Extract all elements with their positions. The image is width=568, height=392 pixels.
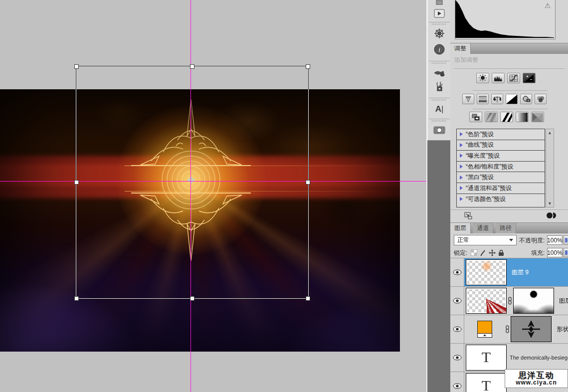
tab-layers[interactable]: 图层 (450, 223, 471, 233)
hue-saturation-icon[interactable] (477, 94, 489, 104)
disclosure-triangle-icon[interactable] (460, 143, 463, 147)
disclosure-triangle-icon[interactable] (460, 132, 463, 136)
blend-mode-select[interactable]: 正常 (454, 235, 517, 245)
transform-handle-top-mid[interactable] (190, 64, 194, 69)
layer-mask-thumbnail[interactable] (513, 288, 554, 314)
lock-label: 锁定: (454, 249, 467, 257)
selective-color-icon[interactable] (531, 112, 544, 122)
adjustments-tab-bar: 调整 (450, 43, 568, 54)
opacity-field[interactable]: 100% (547, 235, 563, 245)
vector-mask-thumbnail[interactable] (511, 316, 552, 342)
disclosure-triangle-icon[interactable] (460, 186, 463, 190)
transform-handle-top-right[interactable] (306, 64, 310, 69)
layer-row-3[interactable]: 形状 (450, 315, 568, 344)
preset-label: “色阶”预设 (466, 130, 494, 139)
canvas-pasteboard[interactable] (0, 0, 427, 392)
transform-handle-mid-left[interactable] (74, 180, 79, 185)
preset-row-hue-saturation[interactable]: “色相/饱和度”预设 (457, 162, 545, 173)
mask-link-icon[interactable] (505, 325, 510, 333)
invert-icon[interactable] (469, 112, 482, 122)
preset-row-selective-color[interactable]: “可选颜色”预设 (457, 194, 545, 205)
blend-mode-value: 正常 (457, 236, 469, 244)
visibility-cell[interactable] (450, 344, 464, 372)
mask-link-icon[interactable] (508, 297, 512, 305)
levels-icon[interactable] (492, 73, 505, 83)
transform-handle-bottom-right[interactable] (306, 296, 310, 301)
scroll-down-icon[interactable]: ▼ (546, 200, 554, 207)
layer-name: 形状 (557, 325, 568, 334)
text-layer-thumbnail[interactable]: T (466, 373, 507, 392)
lock-transparency-icon[interactable] (470, 249, 478, 256)
preset-scrollbar[interactable]: ▲ ▼ (546, 129, 554, 207)
clip-to-layer-icon[interactable] (546, 211, 557, 221)
lock-all-padlock-icon[interactable] (497, 249, 505, 256)
layer-row-2[interactable]: 图层 (450, 287, 568, 315)
layer-thumbnail[interactable] (466, 288, 507, 314)
black-white-icon[interactable] (506, 94, 518, 104)
cached-data-warning-icon[interactable]: ⚠ (543, 1, 552, 9)
transform-handle-mid-right[interactable] (306, 180, 310, 185)
eye-icon[interactable] (453, 269, 462, 275)
gradient-map-icon[interactable] (516, 112, 529, 122)
svg-text:+: + (526, 74, 529, 79)
visibility-cell[interactable] (450, 315, 464, 343)
watermark: 思洋互动 www.ciya.cn (505, 369, 568, 388)
transform-handle-top-left[interactable] (74, 64, 79, 69)
eye-icon[interactable] (453, 326, 462, 332)
tab-paths[interactable]: 路径 (496, 223, 516, 233)
color-balance-icon[interactable] (491, 94, 503, 104)
visibility-cell[interactable] (450, 258, 464, 286)
info-icon[interactable]: i (431, 43, 448, 56)
fill-field[interactable]: 100% (547, 248, 563, 257)
threshold-icon[interactable] (500, 112, 513, 122)
fill-spinner-button[interactable] (564, 248, 568, 257)
exposure-icon[interactable]: +− (523, 73, 536, 83)
opacity-spinner-button[interactable] (564, 235, 568, 245)
panel-column: ⚠ 调整 添加调整 +− V (450, 0, 568, 392)
eye-icon[interactable] (453, 383, 462, 389)
visibility-cell[interactable] (450, 372, 464, 392)
disclosure-triangle-icon[interactable] (460, 197, 463, 201)
layer-comps-icon[interactable] (431, 124, 448, 137)
transform-handle-bottom-mid[interactable] (190, 296, 194, 301)
eye-icon[interactable] (453, 355, 462, 361)
layer-row-1[interactable]: 图层 9 (450, 258, 568, 287)
lock-pixels-brush-icon[interactable] (479, 249, 487, 256)
preset-row-black-white[interactable]: “黑白”预设 (457, 172, 545, 183)
navigator-wheel-icon[interactable] (431, 27, 448, 40)
shape-fill-thumbnail[interactable] (477, 321, 492, 338)
actions-play-icon[interactable] (431, 7, 448, 20)
channel-mixer-icon[interactable] (535, 94, 547, 104)
vibrance-icon[interactable]: V (462, 94, 474, 104)
disclosure-triangle-icon[interactable] (460, 176, 463, 180)
clone-source-icon[interactable] (431, 80, 448, 93)
tab-adjustments[interactable]: 调整 (450, 43, 471, 54)
photo-filter-icon[interactable] (520, 94, 532, 104)
curves-icon[interactable] (507, 73, 520, 83)
expand-panel-icon[interactable] (464, 212, 472, 221)
visibility-cell[interactable] (450, 287, 464, 315)
text-layer-thumbnail[interactable]: T (466, 345, 507, 371)
adjustment-row-1: +− (476, 73, 536, 83)
lock-position-move-icon[interactable] (488, 249, 496, 256)
scroll-up-icon[interactable]: ▲ (546, 129, 554, 136)
fill-label: 填充: (531, 249, 545, 257)
disclosure-triangle-icon[interactable] (460, 154, 463, 158)
preset-row-channel-mixer[interactable]: “通道混和器”预设 (457, 183, 545, 194)
tab-channels[interactable]: 通道 (473, 223, 493, 233)
brushes-icon[interactable] (431, 67, 448, 80)
preset-row-curves[interactable]: “曲线”预设 (457, 140, 545, 151)
transform-handle-bottom-left[interactable] (74, 296, 79, 301)
brightness-contrast-icon[interactable] (476, 73, 489, 83)
character-panel-icon[interactable]: A| (431, 103, 448, 116)
layer-thumbnail[interactable] (466, 259, 507, 285)
layer-row-4[interactable]: T The demonically-besiege (450, 344, 568, 372)
disclosure-triangle-icon[interactable] (460, 165, 463, 169)
ornament-glyph (511, 317, 551, 342)
preset-row-levels[interactable]: “色阶”预设 (457, 129, 545, 140)
character-glyph: A (435, 104, 441, 114)
preset-row-exposure[interactable]: “曝光度”预设 (457, 151, 545, 162)
transform-bounding-box[interactable] (76, 66, 309, 299)
eye-icon[interactable] (453, 298, 462, 304)
posterize-icon[interactable] (485, 112, 498, 122)
